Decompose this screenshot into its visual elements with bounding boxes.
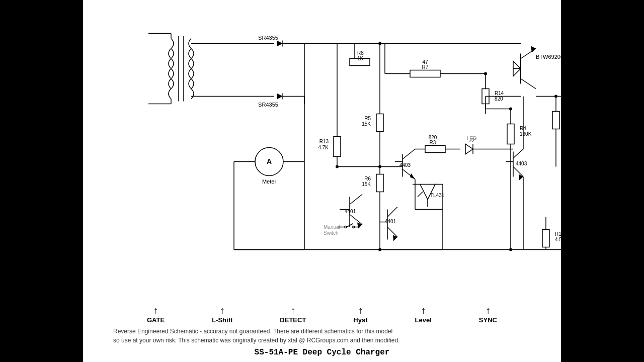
R5-value: 15K [362,121,371,127]
R8-value: 1K [357,56,364,61]
meter-label: Meter [262,178,276,185]
R6-label: R6 [364,176,371,182]
BTW-label: BTW69200NS [536,54,561,60]
LED-label: LED [467,136,476,141]
R12-value: 4.5K [555,237,561,242]
R7-value: 47 [422,59,428,65]
R6-value: 15K [362,182,371,187]
schematic-svg: SR4355 SR4355 A Meter [83,0,561,303]
schematic-title: SS-51A-PE Deep Cycle Charger [113,348,531,357]
arrow-lshift: ↑ L-Shift [212,305,232,324]
R3-value: 820 [429,135,437,140]
manual-switch-label2: Switch [324,230,338,236]
schematic-area: SR4355 SR4355 A Meter [83,0,561,303]
arrow-level: ↑ Level [415,305,432,324]
svg-rect-80 [507,124,514,144]
svg-point-71 [554,95,557,98]
R7-label: R7 [422,64,429,70]
svg-point-122 [378,42,381,45]
arrow-hyst: ↑ Hyst [353,305,367,324]
arrow-sync: ↑ SYNC [479,305,497,324]
arrows-row: ↑ GATE ↑ L-Shift ↑ DETECT ↑ Hyst ↑ Level… [83,305,561,324]
svg-rect-0 [83,19,561,285]
R5-label: R5 [364,116,371,121]
R4-value: 130K [520,131,532,137]
meter-symbol: A [267,157,272,165]
svg-point-59 [484,72,487,75]
R13-value: 4.7K [318,145,329,150]
R8-label: R8 [357,50,364,56]
svg-rect-44 [425,146,445,153]
svg-rect-97 [542,230,549,247]
svg-rect-26 [334,137,341,157]
bottom-section: Reverse Engineered Schematic - accuracy … [83,325,561,362]
arrow-gate: ↑ GATE [147,305,165,324]
svg-rect-52 [410,70,440,77]
svg-rect-33 [376,114,383,132]
svg-point-125 [509,248,512,251]
SR4355-top-label: SR4355 [258,35,278,41]
R12-label: R12 [555,231,561,237]
svg-rect-36 [376,174,383,192]
svg-rect-69 [552,112,559,129]
description-text: Reverse Engineered Schematic - accuracy … [113,327,531,345]
Q5-label: 4401 [385,219,396,224]
arrow-detect: ↑ DETECT [280,305,306,324]
R13-label: R13 [319,139,329,144]
Q3-label: 4403 [516,161,527,166]
SR4355-bottom-label: SR4355 [258,102,278,108]
R14-label: R14 [495,90,504,96]
R3-label: R3 [430,140,436,145]
video-frame: SR4355 SR4355 A Meter [83,0,561,362]
